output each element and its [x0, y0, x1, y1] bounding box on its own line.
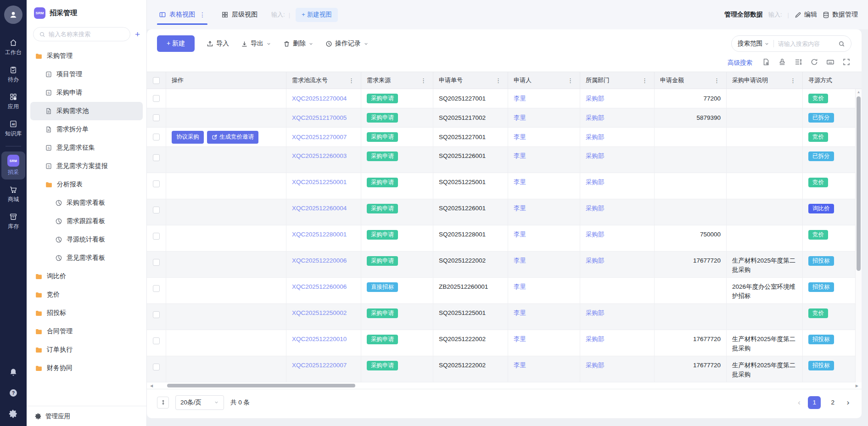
- horizontal-scroll-thumb[interactable]: [167, 384, 355, 387]
- sidebar-item-contract-mgmt[interactable]: 合同管理: [30, 322, 143, 341]
- column-menu-icon[interactable]: ⋮: [494, 77, 502, 84]
- column-menu-icon[interactable]: ⋮: [566, 77, 574, 84]
- notifications-button[interactable]: [9, 368, 18, 378]
- keyboard-button[interactable]: [826, 58, 834, 67]
- rail-item-workbench[interactable]: 工作台: [1, 35, 25, 60]
- rail-item-inventory[interactable]: 库存: [1, 209, 25, 234]
- add-menu-button[interactable]: +: [135, 30, 140, 39]
- sidebar-item-opinion-demand-collect[interactable]: S意见需求征集: [30, 139, 143, 157]
- sidebar-item-finance-collab[interactable]: 财务协同: [30, 359, 143, 377]
- serial-link[interactable]: XQC202512250001: [292, 178, 347, 187]
- department-link[interactable]: 采购部: [586, 94, 605, 103]
- row-checkbox[interactable]: [153, 233, 160, 240]
- serial-link[interactable]: XQC202512170005: [292, 113, 347, 123]
- serial-link[interactable]: XQC202512260004: [292, 204, 347, 213]
- sidebar-item-purchase-request[interactable]: S采购申请: [30, 84, 143, 102]
- serial-link[interactable]: XQC202512260003: [292, 151, 347, 161]
- sidebar-item-purchase-demand-pool[interactable]: 采购需求池: [30, 102, 143, 120]
- serial-link[interactable]: XQC202512220007: [292, 361, 347, 370]
- horizontal-scrollbar[interactable]: ◀ ▶: [147, 382, 862, 389]
- row-checkbox[interactable]: [153, 154, 160, 161]
- tab-menu-icon[interactable]: ⋮: [198, 11, 206, 18]
- sidebar-item-project-mgmt[interactable]: S项目管理: [30, 65, 143, 84]
- advanced-search-link[interactable]: 高级搜索: [728, 59, 752, 67]
- sidebar-item-inquiry-compare[interactable]: 询比价: [30, 267, 143, 286]
- applicant-link[interactable]: 李里: [514, 308, 526, 318]
- sidebar-item-demand-tracking-board[interactable]: 需求跟踪看板: [30, 212, 143, 230]
- department-link[interactable]: 采购部: [586, 133, 605, 142]
- column-menu-icon[interactable]: ⋮: [420, 77, 427, 84]
- applicant-link[interactable]: 李里: [514, 113, 526, 123]
- sidebar-item-manage-app[interactable]: 管理应用: [27, 406, 146, 426]
- department-link[interactable]: 采购部: [586, 204, 605, 213]
- delete-button[interactable]: 删除: [283, 39, 314, 48]
- serial-link[interactable]: XQC202512220006: [292, 256, 347, 265]
- fullscreen-button[interactable]: [842, 58, 851, 67]
- serial-link[interactable]: XQC202512260006: [292, 282, 347, 291]
- export-button[interactable]: 导出: [241, 39, 271, 48]
- department-link[interactable]: 采购部: [586, 151, 605, 161]
- column-menu-icon[interactable]: ⋮: [713, 77, 721, 84]
- search-scope-select[interactable]: 搜索范围: [738, 39, 769, 48]
- department-link[interactable]: 采购部: [586, 335, 605, 344]
- department-link[interactable]: 采购部: [586, 361, 605, 370]
- edit-button[interactable]: 编辑: [795, 11, 817, 19]
- row-checkbox[interactable]: [153, 364, 160, 370]
- applicant-link[interactable]: 李里: [514, 204, 526, 213]
- scroll-left-icon[interactable]: ◀: [149, 384, 154, 388]
- avatar[interactable]: [4, 6, 22, 24]
- search-icon[interactable]: [838, 40, 845, 47]
- department-link[interactable]: 采购部: [586, 230, 605, 239]
- serial-link[interactable]: XQC202512250002: [292, 308, 347, 318]
- sidebar-search-input[interactable]: [49, 31, 124, 38]
- op-button-agreement-purchase[interactable]: 协议采购: [172, 131, 204, 144]
- sidebar-item-demand-split[interactable]: 需求拆分单: [30, 120, 143, 139]
- row-height-adjust-button[interactable]: [157, 397, 169, 409]
- create-button[interactable]: + 新建: [157, 35, 195, 52]
- sidebar-item-analysis-reports[interactable]: 分析报表: [30, 175, 143, 194]
- row-checkbox[interactable]: [153, 311, 160, 318]
- rail-item-apps[interactable]: 应用: [1, 90, 25, 114]
- sidebar-item-tendering[interactable]: 招投标: [30, 304, 143, 322]
- column-menu-icon[interactable]: ⋮: [347, 77, 355, 84]
- preview-button[interactable]: [762, 58, 770, 67]
- department-link[interactable]: 采购部: [586, 178, 605, 187]
- page-size-select[interactable]: 20条/页: [175, 395, 224, 410]
- sidebar-item-opinion-demand-proposal[interactable]: S意见需求方案提报: [30, 157, 143, 175]
- page-button-1[interactable]: 1: [808, 396, 821, 409]
- column-menu-icon[interactable]: ⋮: [641, 77, 649, 84]
- row-checkbox[interactable]: [153, 95, 160, 102]
- department-link[interactable]: 采购部: [586, 308, 605, 318]
- applicant-link[interactable]: 李里: [514, 178, 526, 187]
- next-page-button[interactable]: ›: [845, 398, 851, 407]
- sidebar-item-purchase-mgmt[interactable]: 采购管理: [30, 47, 143, 65]
- rail-item-knowledge[interactable]: AI知识库: [1, 117, 25, 141]
- applicant-link[interactable]: 李里: [514, 256, 526, 265]
- applicant-link[interactable]: 李里: [514, 151, 526, 161]
- serial-link[interactable]: XQC202512270007: [292, 133, 347, 142]
- row-checkbox[interactable]: [153, 180, 160, 187]
- sidebar-item-order-execution[interactable]: 订单执行: [30, 341, 143, 359]
- department-link[interactable]: 采购部: [586, 113, 605, 123]
- sidebar-item-sourcing-stats-board[interactable]: 寻源统计看板: [30, 230, 143, 249]
- table-search-input[interactable]: [778, 40, 834, 47]
- row-checkbox[interactable]: [153, 285, 160, 292]
- row-checkbox[interactable]: [153, 207, 160, 213]
- applicant-link[interactable]: 李里: [514, 230, 526, 239]
- row-checkbox[interactable]: [153, 114, 160, 121]
- applicant-link[interactable]: 李里: [514, 335, 526, 344]
- stamp-button[interactable]: [778, 58, 786, 67]
- vertical-scroll-thumb[interactable]: [857, 96, 861, 271]
- op-log-button[interactable]: 操作记录: [325, 39, 369, 48]
- scroll-right-icon[interactable]: ▶: [854, 384, 860, 388]
- tab-table-view[interactable]: 表格视图⋮: [157, 0, 207, 29]
- applicant-link[interactable]: 李里: [514, 282, 526, 291]
- horizontal-scroll-track[interactable]: [154, 383, 854, 388]
- sidebar-item-opinion-demand-board[interactable]: 意见需求看板: [30, 249, 143, 267]
- column-menu-icon[interactable]: ⋮: [789, 77, 797, 84]
- page-button-2[interactable]: 2: [826, 396, 839, 409]
- applicant-link[interactable]: 李里: [514, 94, 526, 103]
- tab-hier-view[interactable]: 层级视图: [219, 0, 259, 29]
- serial-link[interactable]: XQC202512270004: [292, 94, 347, 103]
- row-checkbox[interactable]: [153, 134, 160, 140]
